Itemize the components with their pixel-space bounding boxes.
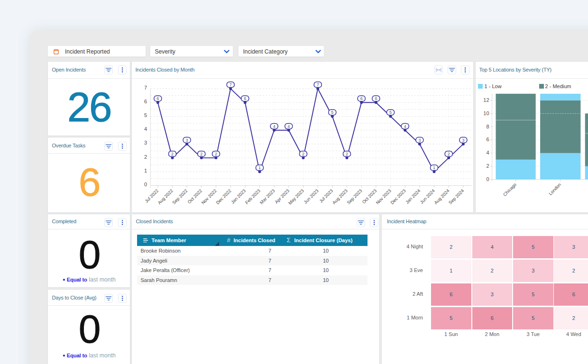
svg-text:1: 1 (433, 165, 435, 170)
svg-text:4: 4 (404, 124, 406, 128)
svg-text:7: 7 (144, 84, 147, 90)
svg-text:Nov 2022: Nov 2022 (200, 188, 218, 205)
svg-text:Feb 2023: Feb 2023 (244, 188, 261, 205)
svg-text:12: 12 (483, 97, 489, 102)
svg-text:Mar 2023: Mar 2023 (258, 188, 276, 205)
svg-text:10: 10 (483, 110, 489, 116)
svg-text:7: 7 (317, 82, 319, 87)
svg-text:Sep 2024: Sep 2024 (448, 188, 465, 205)
svg-text:2: 2 (171, 152, 174, 156)
svg-text:2: 2 (486, 163, 489, 168)
svg-text:Aug 2024: Aug 2024 (433, 188, 450, 205)
svg-text:0: 0 (144, 182, 147, 187)
svg-text:2: 2 (215, 152, 217, 156)
svg-text:May 2023: May 2023 (287, 188, 305, 205)
svg-text:Jan 2023: Jan 2023 (230, 188, 247, 204)
svg-text:6: 6 (156, 96, 159, 101)
svg-text:4: 4 (273, 124, 276, 128)
svg-text:4: 4 (287, 124, 290, 128)
svg-text:6: 6 (486, 136, 489, 142)
svg-text:6: 6 (360, 96, 363, 101)
svg-text:Aug 2022: Aug 2022 (156, 188, 174, 205)
svg-text:2: 2 (448, 152, 450, 156)
svg-text:3: 3 (462, 137, 464, 142)
svg-text:Sep 2023: Sep 2023 (346, 188, 363, 205)
svg-text:2: 2 (200, 152, 202, 156)
svg-text:Jan 2024: Jan 2024 (404, 188, 421, 204)
svg-text:Aug 2023: Aug 2023 (331, 188, 349, 205)
svg-text:2: 2 (346, 152, 348, 156)
svg-text:Jun 2023: Jun 2023 (303, 188, 319, 204)
svg-text:London: London (548, 182, 562, 196)
svg-text:6: 6 (144, 98, 147, 104)
svg-text:5: 5 (331, 110, 333, 115)
svg-text:5: 5 (144, 112, 147, 118)
svg-text:6: 6 (375, 96, 377, 101)
svg-text:2: 2 (144, 154, 147, 159)
svg-text:3: 3 (144, 140, 147, 146)
svg-text:1: 1 (144, 167, 147, 173)
svg-text:1: 1 (258, 165, 261, 170)
svg-text:Dec 2023: Dec 2023 (389, 188, 407, 205)
svg-text:5: 5 (389, 110, 392, 115)
svg-text:Nov 2023: Nov 2023 (375, 188, 392, 205)
svg-text:Dec 2022: Dec 2022 (215, 188, 232, 205)
svg-text:2: 2 (302, 152, 304, 156)
svg-text:6: 6 (244, 96, 246, 101)
svg-text:Sep 2022: Sep 2022 (171, 188, 189, 205)
svg-text:3: 3 (418, 137, 421, 142)
svg-text:7: 7 (230, 82, 232, 87)
svg-text:3: 3 (186, 137, 188, 142)
svg-text:0: 0 (486, 176, 489, 182)
svg-text:4: 4 (144, 126, 147, 132)
svg-text:4: 4 (486, 150, 489, 155)
svg-text:8: 8 (486, 123, 489, 129)
svg-text:Chicago: Chicago (502, 182, 517, 197)
